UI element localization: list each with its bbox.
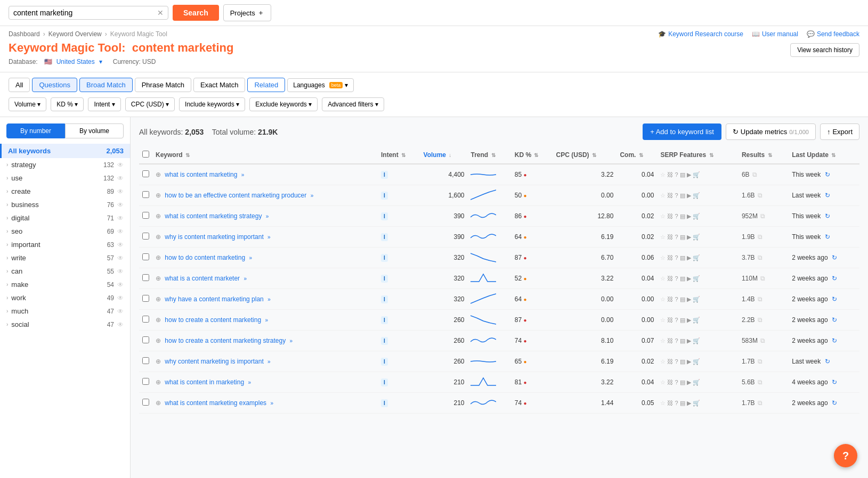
eye-icon[interactable]: 👁 xyxy=(117,268,124,275)
keyword-link[interactable]: why have a content marketing plan xyxy=(165,295,263,303)
tab-broad-match[interactable]: Broad Match xyxy=(79,78,133,92)
cpc-filter[interactable]: CPC (USD) ▾ xyxy=(125,97,175,111)
plus-circle-icon[interactable]: ⊕ xyxy=(156,316,161,324)
sidebar-item[interactable]: › make 54 👁 xyxy=(0,278,130,291)
sidebar-item[interactable]: › can 55 👁 xyxy=(0,265,130,278)
keyword-link[interactable]: what is content marketing examples xyxy=(165,399,266,407)
sidebar-item[interactable]: › business 76 👁 xyxy=(0,198,130,211)
sort-icon-serp[interactable]: ⇅ xyxy=(709,152,713,158)
refresh-icon[interactable]: ↻ xyxy=(832,275,837,282)
external-link-icon[interactable]: ⧉ xyxy=(758,358,762,365)
sort-icon-intent[interactable]: ⇅ xyxy=(401,152,405,158)
row-checkbox[interactable] xyxy=(142,357,149,364)
row-checkbox[interactable] xyxy=(142,378,149,385)
tab-questions[interactable]: Questions xyxy=(32,78,77,92)
tab-exact-match[interactable]: Exact Match xyxy=(193,78,246,92)
external-link-icon[interactable]: ⧉ xyxy=(758,399,762,407)
external-link-icon[interactable]: ⧉ xyxy=(758,254,762,261)
row-checkbox[interactable] xyxy=(142,233,149,240)
external-link-icon[interactable]: ⧉ xyxy=(758,192,762,199)
expand-arrows-icon[interactable]: » xyxy=(267,359,271,365)
breadcrumb-dashboard[interactable]: Dashboard xyxy=(9,30,40,38)
row-checkbox[interactable] xyxy=(142,191,149,198)
plus-circle-icon[interactable]: ⊕ xyxy=(156,399,161,407)
plus-circle-icon[interactable]: ⊕ xyxy=(156,378,161,386)
sort-icon-com[interactable]: ⇅ xyxy=(639,152,643,158)
manual-link[interactable]: 📖 User manual xyxy=(752,30,798,38)
sidebar-item[interactable]: › important 63 👁 xyxy=(0,238,130,251)
eye-icon[interactable]: 👁 xyxy=(117,241,124,249)
sort-icon-results[interactable]: ⇅ xyxy=(768,152,772,158)
plus-circle-icon[interactable]: ⊕ xyxy=(156,254,161,261)
refresh-icon[interactable]: ↻ xyxy=(825,358,830,365)
external-link-icon[interactable]: ⧉ xyxy=(758,233,762,241)
external-link-icon[interactable]: ⧉ xyxy=(752,171,757,178)
row-checkbox[interactable] xyxy=(142,170,149,177)
expand-arrows-icon[interactable]: » xyxy=(311,193,314,199)
expand-arrows-icon[interactable]: » xyxy=(267,234,271,240)
view-history-button[interactable]: View search history xyxy=(790,43,859,57)
expand-arrows-icon[interactable]: » xyxy=(248,380,251,385)
refresh-icon[interactable]: ↻ xyxy=(832,254,837,261)
external-link-icon[interactable]: ⧉ xyxy=(760,275,765,282)
sort-icon-volume[interactable]: ↓ xyxy=(449,152,451,158)
row-checkbox[interactable] xyxy=(142,316,149,323)
eye-icon[interactable]: 👁 xyxy=(117,294,124,302)
refresh-icon[interactable]: ↻ xyxy=(832,337,837,344)
eye-icon[interactable]: 👁 xyxy=(117,281,124,289)
tab-phrase-match[interactable]: Phrase Match xyxy=(135,78,191,92)
add-keyword-list-button[interactable]: + Add to keyword list xyxy=(643,123,721,140)
tab-all[interactable]: All xyxy=(9,78,30,92)
projects-button[interactable]: Projects ＋ xyxy=(223,4,271,21)
eye-icon[interactable]: 👁 xyxy=(117,188,124,195)
tab-related[interactable]: Related xyxy=(247,78,285,92)
kd-filter[interactable]: KD % ▾ xyxy=(51,97,84,111)
external-link-icon[interactable]: ⧉ xyxy=(758,316,762,324)
plus-circle-icon[interactable]: ⊕ xyxy=(156,295,161,303)
refresh-icon[interactable]: ↻ xyxy=(825,192,830,199)
eye-icon[interactable]: 👁 xyxy=(117,215,124,222)
languages-dropdown[interactable]: Languages beta ▾ xyxy=(287,78,354,92)
expand-arrows-icon[interactable]: » xyxy=(249,255,252,261)
sidebar-item[interactable]: › create 89 👁 xyxy=(0,185,130,198)
breadcrumb-keyword-overview[interactable]: Keyword Overview xyxy=(48,30,102,38)
sidebar-item[interactable]: › write 57 👁 xyxy=(0,251,130,265)
update-metrics-button[interactable]: ↻ Update metrics 0/1,000 xyxy=(726,123,816,140)
eye-icon[interactable]: 👁 xyxy=(117,175,124,182)
expand-arrows-icon[interactable]: » xyxy=(289,338,293,344)
exclude-keywords-filter[interactable]: Exclude keywords ▾ xyxy=(249,97,318,111)
row-checkbox[interactable] xyxy=(142,253,149,260)
help-button[interactable]: ? xyxy=(834,444,857,467)
plus-circle-icon[interactable]: ⊕ xyxy=(156,337,161,344)
row-checkbox[interactable] xyxy=(142,336,149,343)
sort-icon-kd[interactable]: ⇅ xyxy=(534,152,538,158)
select-all-checkbox[interactable] xyxy=(142,151,149,158)
keyword-link[interactable]: how to be an effective content marketing… xyxy=(165,192,306,199)
keyword-link[interactable]: how to create a content marketing strate… xyxy=(165,337,286,344)
expand-arrows-icon[interactable]: » xyxy=(265,317,268,323)
eye-icon[interactable]: 👁 xyxy=(117,201,124,209)
sidebar-item[interactable]: › digital 71 👁 xyxy=(0,211,130,225)
keyword-link[interactable]: why content marketing is important xyxy=(165,358,263,365)
expand-arrows-icon[interactable]: » xyxy=(241,172,245,178)
sidebar-item[interactable]: › use 132 👁 xyxy=(0,171,130,185)
search-button[interactable]: Search xyxy=(173,5,219,21)
keyword-link[interactable]: why is content marketing important xyxy=(165,233,263,241)
include-keywords-filter[interactable]: Include keywords ▾ xyxy=(179,97,245,111)
sort-icon-cpc[interactable]: ⇅ xyxy=(592,152,596,158)
sort-icon-last-update[interactable]: ⇅ xyxy=(831,152,835,158)
eye-icon[interactable]: 👁 xyxy=(117,254,124,262)
plus-circle-icon[interactable]: ⊕ xyxy=(156,358,161,365)
plus-circle-icon[interactable]: ⊕ xyxy=(156,233,161,241)
sort-icon-trend[interactable]: ⇅ xyxy=(491,152,496,158)
sidebar-tab-by-volume[interactable]: By volume xyxy=(65,123,124,138)
plus-circle-icon[interactable]: ⊕ xyxy=(156,192,161,199)
keyword-link[interactable]: what is content marketing strategy xyxy=(165,212,262,220)
expand-arrows-icon[interactable]: » xyxy=(270,400,273,406)
sidebar-item[interactable]: › much 47 👁 xyxy=(0,304,130,318)
plus-circle-icon[interactable]: ⊕ xyxy=(156,171,161,178)
refresh-icon[interactable]: ↻ xyxy=(825,171,830,178)
external-link-icon[interactable]: ⧉ xyxy=(760,337,765,344)
chevron-down-icon[interactable]: ▾ xyxy=(99,58,102,65)
sidebar-item[interactable]: › seo 69 👁 xyxy=(0,225,130,238)
